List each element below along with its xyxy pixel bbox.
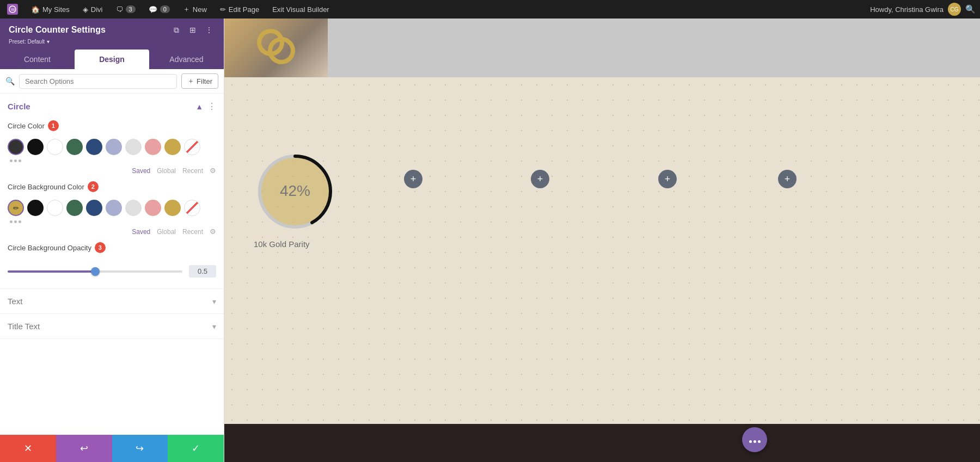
bg-swatch-lavender[interactable] [106, 200, 122, 216]
circle-color-recent[interactable]: Recent [182, 167, 203, 175]
circle-donut: 42% [252, 148, 339, 235]
more-options-icon[interactable]: ⋮ [203, 24, 215, 36]
add-icon-2: + [537, 174, 543, 185]
chat-icon: 💬 [149, 5, 157, 14]
bg-swatch-dark-green[interactable] [66, 200, 83, 216]
new-label: New [193, 5, 207, 14]
swatch-dark-green[interactable] [66, 139, 83, 155]
search-icon[interactable]: 🔍 [965, 4, 976, 14]
chat-item[interactable]: 💬 0 [146, 4, 173, 15]
canvas-main: 42% 10k Gold Parity + + + + [224, 77, 980, 424]
redo-button[interactable]: ↪ [112, 435, 168, 462]
photo-image [224, 19, 328, 77]
fab-button[interactable] [742, 427, 767, 452]
maximize-icon[interactable]: ⧉ [170, 24, 182, 36]
new-item[interactable]: ＋ New [180, 3, 210, 15]
circle-bg-opacity-label: Circle Background Opacity [8, 244, 91, 252]
bg-swatch-light-gray[interactable] [125, 200, 142, 216]
circle-color-saved[interactable]: Saved [132, 167, 150, 175]
swatch-lavender[interactable] [106, 139, 122, 155]
add-button-1[interactable]: + [404, 170, 422, 188]
circle-color-badge: 1 [48, 120, 59, 131]
circle-section-header[interactable]: Circle ▲ ⋮ [0, 94, 224, 117]
title-text-section-chevron-icon[interactable]: ▾ [212, 322, 216, 331]
swatch-white[interactable] [47, 139, 63, 155]
edit-page-item[interactable]: ✏ Edit Page [217, 4, 262, 15]
swatch-dark-blue[interactable] [86, 139, 102, 155]
title-text-section-header[interactable]: Title Text ▾ [0, 314, 224, 338]
panel-tabs: Content Design Advanced [0, 50, 224, 69]
circle-bg-color-recent[interactable]: Recent [182, 228, 203, 236]
bg-swatch-dark-blue[interactable] [86, 200, 102, 216]
circle-color-swatches [0, 139, 224, 165]
preset-chevron: ▾ [47, 39, 50, 45]
swatch-black[interactable] [27, 139, 44, 155]
bg-swatch-pink[interactable] [145, 200, 161, 216]
text-section-chevron-icon[interactable]: ▾ [212, 297, 216, 306]
preset-label: Preset: Default [9, 39, 45, 45]
bg-swatch-red-slash[interactable] [184, 200, 200, 216]
add-button-3[interactable]: + [658, 170, 677, 188]
ring-2 [268, 37, 295, 64]
my-sites-item[interactable]: 🏠 My Sites [28, 4, 72, 15]
opacity-slider-fill [8, 270, 95, 273]
avatar[interactable]: CG [948, 3, 961, 16]
wp-logo-item[interactable]: W [4, 3, 21, 16]
my-sites-label: My Sites [42, 5, 70, 14]
swatch-gold[interactable] [164, 139, 181, 155]
circle-counter-widget[interactable]: 42% 10k Gold Parity [252, 148, 339, 249]
canvas-footer [224, 424, 980, 462]
circle-color-global[interactable]: Global [157, 167, 176, 175]
circle-bg-color-swatches [0, 200, 224, 226]
save-icon: ✓ [192, 442, 200, 454]
add-button-4[interactable]: + [778, 170, 797, 188]
circle-color-meta: Saved Global Recent ⚙ [0, 165, 224, 178]
swatch-pink[interactable] [145, 139, 161, 155]
photo-strip [224, 19, 980, 77]
bottom-toolbar: ✕ ↩ ↪ ✓ [0, 435, 224, 462]
save-button[interactable]: ✓ [168, 435, 224, 462]
circle-collapse-icon[interactable]: ▲ [195, 102, 203, 111]
filter-button[interactable]: ＋ Filter [181, 73, 218, 89]
bg-more-swatches-btn[interactable] [8, 219, 23, 224]
bg-swatch-black[interactable] [27, 200, 44, 216]
photo-placeholder [224, 19, 328, 77]
filter-label: Filter [197, 77, 212, 85]
divi-label: Divi [91, 5, 103, 14]
comment-icon: 🗨 [116, 5, 123, 14]
comments-count: 3 [126, 5, 136, 13]
user-greeting: Howdy, Christina Gwira [870, 5, 944, 14]
circle-more-icon[interactable]: ⋮ [207, 101, 216, 112]
cancel-button[interactable]: ✕ [0, 435, 56, 462]
panel-content: Circle ▲ ⋮ Circle Color 1 [0, 94, 224, 435]
circle-bg-color-gear-icon[interactable]: ⚙ [210, 227, 216, 236]
search-input[interactable] [19, 74, 177, 89]
bg-swatch-white[interactable] [47, 200, 63, 216]
divi-item[interactable]: ◈ Divi [80, 4, 106, 15]
tab-design[interactable]: Design [75, 50, 149, 69]
swatch-light-gray[interactable] [125, 139, 142, 155]
opacity-slider-track[interactable] [8, 270, 182, 273]
comments-item[interactable]: 🗨 3 [113, 4, 138, 15]
swatch-red-slash[interactable] [184, 139, 200, 155]
svg-text:42%: 42% [280, 182, 310, 199]
circle-color-gear-icon[interactable]: ⚙ [210, 167, 216, 175]
circle-bg-color-saved[interactable]: Saved [132, 228, 150, 236]
circle-color-picker[interactable] [8, 139, 24, 155]
grid-icon[interactable]: ⊞ [187, 24, 199, 36]
add-button-2[interactable]: + [531, 170, 549, 188]
add-icon-3: + [665, 174, 671, 185]
circle-bg-color-global[interactable]: Global [157, 228, 176, 236]
circle-bg-color-picker[interactable] [8, 200, 24, 216]
text-section-header[interactable]: Text ▾ [0, 289, 224, 313]
tab-content[interactable]: Content [0, 50, 75, 69]
canvas-area: 42% 10k Gold Parity + + + + [224, 19, 980, 462]
opacity-slider-thumb[interactable] [91, 267, 100, 276]
gold-rings-decoration [254, 26, 298, 70]
more-swatches-btn[interactable] [8, 158, 23, 163]
exit-visual-builder-item[interactable]: Exit Visual Builder [270, 4, 332, 15]
undo-button[interactable]: ↩ [56, 435, 112, 462]
preset-selector[interactable]: Preset: Default ▾ [9, 38, 215, 45]
tab-advanced[interactable]: Advanced [149, 50, 224, 69]
bg-swatch-gold[interactable] [164, 200, 181, 216]
